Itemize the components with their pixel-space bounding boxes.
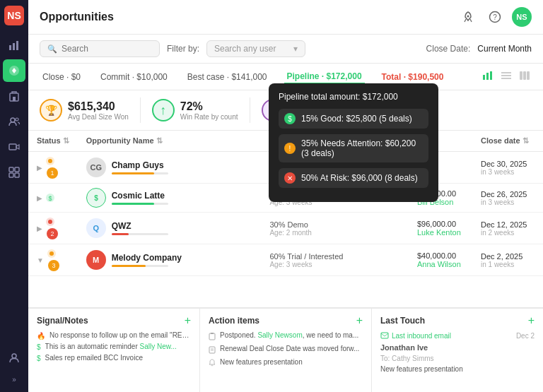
sidebar-item-video[interactable] [3,136,25,158]
pipeline-best-case[interactable]: Best case · $141,000 [185,71,270,83]
th-status[interactable]: Status ⇅ [28,131,78,152]
stage-text: 60% Trial / Interested [269,252,400,261]
sidebar-item-crm[interactable] [3,59,25,82]
company-name[interactable]: Cosmic Latte [112,191,168,201]
help-icon[interactable]: ? [485,7,505,27]
last-touch-type[interactable]: Last inbound email [392,332,451,340]
expand-button[interactable]: ▶ [37,225,42,232]
svg-rect-35 [209,333,215,340]
svg-rect-0 [9,45,11,50]
list-view-icon[interactable] [499,69,513,84]
svg-point-27 [48,159,52,163]
pipeline-total[interactable]: Total · $190,500 [379,71,447,83]
contact-link[interactable]: Anna Wilson [417,260,461,268]
svg-point-13 [12,354,16,358]
sidebar-item-chart[interactable] [3,34,25,57]
action-text-3: New features presentation [220,358,303,366]
row-company-cosmic: $ Cosmic Latte [78,184,262,213]
row-stage-melody: 60% Trial / Interested Age: 3 weeks [261,244,409,276]
company-name[interactable]: Melody Company [112,253,182,263]
company-name[interactable]: QWZ [112,221,168,231]
tooltip-needs-label: 35% Needs Attention: $60,200 (3 deals) [301,138,423,158]
contact-link[interactable]: Luke Kenton [417,228,461,237]
status-icon [45,217,55,227]
row-company-champ: CG Champ Guys [78,152,262,184]
pipeline-commit[interactable]: Commit · $10,000 [98,71,170,83]
company-details: Cosmic Latte [112,191,168,205]
th-close-date[interactable]: Close date ⇅ [472,131,543,152]
metric-win-rate-count: ↑ 72% Win Rate by count [152,99,238,121]
row-date-cosmic: Dec 26, 2025 in 3 weeks [472,184,543,213]
row-company-melody: M Melody Company [78,244,262,276]
close-relative: in 1 weeks [481,261,535,268]
kanban-view-icon[interactable] [518,69,532,84]
filter-label: Filter by: [167,44,199,54]
svg-rect-23 [520,71,522,80]
company-name[interactable]: Champ Guys [112,160,168,170]
pipeline-tooltip: Pipeline total amount: $172,000 $ 15% Go… [269,83,438,202]
svg-text:?: ? [493,13,497,21]
avg-deal-size-value: $615,340 [68,100,129,113]
metric-divider-2 [250,97,250,123]
filter-select[interactable]: Search any user ▾ [206,40,305,57]
signal-item-3: $ Sales rep emailed BCC Invoice [37,354,191,362]
row-stage-qwz: 30% Demo Age: 2 month [261,213,409,244]
status-badge-container: 2 [45,217,69,239]
user-avatar[interactable]: NS [512,7,532,27]
svg-rect-8 [9,144,16,150]
sidebar-expand-button[interactable]: » [3,372,25,386]
last-touch-person-row: Jonathan Ive [380,343,535,352]
action-items-add-button[interactable]: + [356,314,363,327]
svg-point-34 [49,251,54,256]
bar-chart-view-icon[interactable] [481,69,495,84]
svg-point-7 [16,118,18,121]
signal-text-1: No response to follow up on the email "R… [49,331,191,339]
tooltip-risk-label: 50% At Risk: $96,000 (8 deals) [301,173,418,183]
header-actions: ? NS [458,7,532,27]
search-box[interactable]: 🔍 [40,40,160,57]
action-items-panel: Action items + Postponed. Sally Newsom, … [200,309,372,392]
close-date-value: Dec 12, 2025 [481,220,535,229]
badge-number: 3 [48,260,59,271]
win-rate-count-label: Win Rate by count [180,113,238,121]
search-icon: 🔍 [47,44,57,54]
last-touch-message-row: New features presentation [380,365,535,373]
company-logo: Q [86,218,106,238]
dollar-icon-2: $ [37,355,41,362]
signal-notes-title: Signal/Notes [37,316,88,326]
svg-point-6 [11,118,15,122]
last-touch-add-button[interactable]: + [528,314,535,327]
pipeline-view-icons [481,69,532,84]
pipeline-pipeline[interactable]: Pipeline · $172,000 [284,70,365,84]
pipeline-bar: Close · $0 Commit · $10,000 Best case · … [28,64,543,90]
last-touch-title: Last Touch [380,316,425,326]
signal-item-1: 🔥 No response to follow up on the email … [37,331,191,340]
close-relative: in 2 weeks [481,229,535,237]
expand-button[interactable]: ▼ [37,256,44,264]
search-input[interactable] [62,44,152,54]
action-link-1[interactable]: Sally Newsom [257,331,302,339]
sally-link[interactable]: Sally New... [140,343,177,350]
expand-button[interactable]: ▶ [37,164,42,172]
sidebar-item-building[interactable] [3,85,25,107]
sidebar-item-grid[interactable] [3,161,25,184]
th-name[interactable]: Opportunity Name ⇅ [78,131,262,152]
rocket-icon[interactable] [458,7,478,27]
svg-text:$: $ [48,195,52,202]
row-date-champ: Dec 30, 2025 in 3 weeks [472,152,543,184]
pipeline-close[interactable]: Close · $0 [40,71,83,83]
action-text-2: Renewal Deal Close Date was moved forw..… [220,345,359,352]
app-logo[interactable]: NS [4,6,24,25]
close-relative: in 3 weeks [481,168,535,176]
progress-fill [112,172,154,174]
svg-rect-21 [501,75,511,76]
close-relative: in 3 weeks [481,198,535,206]
expand-button[interactable]: ▶ [37,194,42,202]
sidebar-item-users[interactable] [3,110,25,133]
company-logo: $ [86,188,106,208]
dollar-icon: $ [37,343,41,351]
clipboard-icon [209,332,216,342]
sidebar-item-person[interactable] [3,347,25,369]
svg-rect-12 [15,173,19,177]
signal-notes-add-button[interactable]: + [185,314,191,327]
